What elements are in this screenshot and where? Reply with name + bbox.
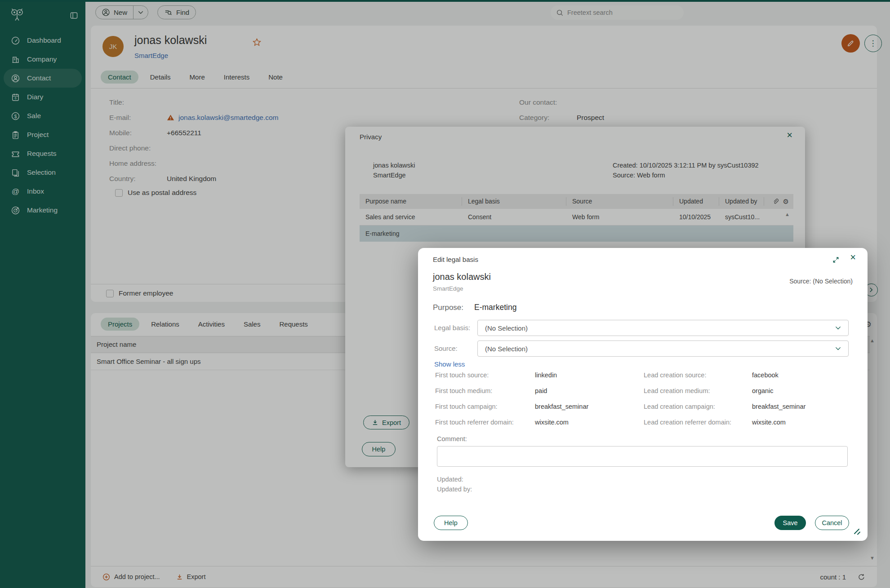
cancel-button[interactable]: Cancel (815, 516, 849, 530)
lead-creation-referrer-label: Lead creation referrer domain: (644, 415, 752, 430)
edit-source-summary: Source: (No Selection) (789, 278, 853, 285)
save-button[interactable]: Save (774, 516, 806, 530)
source-label: Source: (434, 345, 458, 352)
help-button[interactable]: Help (434, 516, 468, 530)
lead-creation-referrer-value: wixsite.com (752, 415, 850, 430)
source-select[interactable]: (No Selection) (477, 340, 849, 357)
updated-by-label: Updated by: (437, 486, 472, 493)
first-touch-medium-value: paid (535, 383, 644, 399)
edit-contact-name: jonas kolawski (433, 272, 491, 282)
purpose-value: E-marketing (474, 303, 516, 312)
first-touch-source-label: First touch source: (435, 367, 535, 383)
edit-dialog-title: Edit legal basis (433, 256, 478, 263)
edit-company-name: SmartEdge (433, 285, 463, 292)
lead-creation-source-value: facebook (752, 367, 850, 383)
comment-label: Comment: (437, 435, 467, 442)
first-touch-campaign-label: First touch campaign: (435, 399, 535, 415)
first-touch-medium-label: First touch medium: (435, 383, 535, 399)
expand-icon[interactable] (832, 256, 840, 264)
chevron-down-icon (835, 326, 841, 330)
first-touch-referrer-label: First touch referrer domain: (435, 415, 535, 430)
source-selected-value: (No Selection) (485, 345, 528, 353)
purpose-label: Purpose: (433, 303, 463, 312)
legal-basis-label: Legal basis: (434, 324, 470, 332)
lead-creation-medium-value: organic (752, 383, 850, 399)
first-touch-referrer-value: wixsite.com (535, 415, 644, 430)
lead-creation-medium-label: Lead creation medium: (644, 383, 752, 399)
legal-basis-select[interactable]: (No Selection) (477, 320, 849, 336)
legal-basis-selected-value: (No Selection) (485, 324, 528, 332)
resize-handle[interactable] (852, 527, 861, 535)
close-icon[interactable]: × (850, 252, 856, 263)
updated-label: Updated: (437, 476, 463, 483)
purpose-row: Purpose: E-marketing (433, 303, 516, 312)
lead-creation-source-label: Lead creation source: (644, 367, 752, 383)
lead-creation-campaign-label: Lead creation campaign: (644, 399, 752, 415)
show-less-link[interactable]: Show less (434, 360, 465, 368)
touch-fields-grid: First touch source: linkedin Lead creati… (435, 367, 850, 430)
edit-legal-basis-dialog: Edit legal basis × jonas kolawski SmartE… (418, 248, 868, 541)
comment-input[interactable] (437, 446, 848, 467)
lead-creation-campaign-value: breakfast_seminar (752, 399, 850, 415)
chevron-down-icon (835, 347, 841, 350)
first-touch-campaign-value: breakfast_seminar (535, 399, 644, 415)
first-touch-source-value: linkedin (535, 367, 644, 383)
